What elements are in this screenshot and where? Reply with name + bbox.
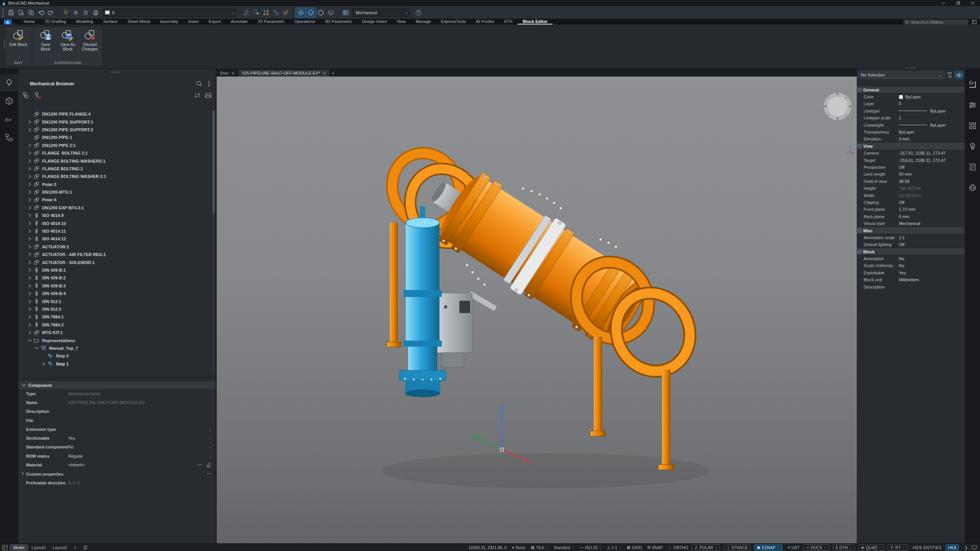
property-value[interactable]: Yes — [899, 271, 906, 275]
tree-item-dn1200-pipe-1[interactable]: DN1200 PIPE:1 — [18, 134, 212, 141]
chevron-right-icon[interactable] — [28, 182, 32, 187]
collapse-box-icon[interactable]: − — [858, 144, 861, 148]
status-toggle-tile[interactable]: ▦TILE⌄ — [531, 545, 548, 550]
chevron-right-icon[interactable] — [28, 174, 32, 179]
layout-tab-model[interactable]: Model — [10, 544, 28, 551]
navigation-compass[interactable] — [823, 92, 852, 121]
corner-panel-button[interactable] — [965, 75, 980, 93]
redo-button[interactable] — [46, 8, 56, 17]
status-toggle-ortho[interactable]: ∟ORTHO — [668, 545, 688, 550]
status-toggle-polar[interactable]: ∠POLAR⌄ — [692, 544, 720, 551]
chevron-down-icon[interactable]: ⌄ — [209, 454, 212, 458]
tree-item-din-7984-2[interactable]: DIN 7984:2 — [18, 321, 212, 329]
property-value[interactable]: Off — [899, 200, 904, 205]
vcube4-button[interactable] — [326, 8, 336, 17]
ribbon-tab-home[interactable]: Home — [19, 19, 40, 24]
chevron-right-icon[interactable] — [21, 471, 25, 476]
ribbon-tab-assembly[interactable]: Assembly — [155, 19, 183, 24]
status-toggle-grid[interactable]: ▦GRID — [627, 545, 642, 550]
tree-item-polar-3[interactable]: Polar:3 — [18, 181, 212, 188]
publish-button[interactable] — [26, 8, 36, 17]
tree-item-flange-bolting-2-1[interactable]: FLANGE BOLTING 2:1 — [18, 149, 212, 157]
property-value[interactable]: Millimeters — [899, 277, 919, 282]
chevron-right-icon[interactable] — [28, 276, 32, 280]
structure-tree-button[interactable] — [0, 129, 18, 146]
property-value[interactable]: -316.61, 2186.11, 172.47 — [899, 158, 946, 163]
property-value[interactable]: ByLayer — [899, 95, 921, 99]
tree-item-iso-4014-10[interactable]: ISO 4014:10 — [18, 219, 212, 227]
chevron-right-icon[interactable] — [28, 120, 32, 124]
chevron-right-icon[interactable] — [28, 291, 32, 296]
panel-drag-grip[interactable] — [906, 67, 916, 68]
ribbon-tab-design-intent[interactable]: Design Intent — [357, 19, 392, 24]
status-toggle-snap[interactable]: ⊞SNAP — [647, 545, 663, 550]
ribbon-tab-modeling[interactable]: Modeling — [71, 19, 98, 24]
tree-item-flange-bolting-washers-1[interactable]: FLANGE BOLTING WASHERS:1 — [18, 157, 212, 165]
chevron-down-icon[interactable]: ⌄ — [902, 546, 905, 549]
visibility-toggle-button[interactable] — [955, 72, 963, 79]
status-toggle-standard[interactable]: Standard⌄ — [554, 545, 574, 550]
new-tab-button[interactable]: + — [330, 70, 336, 77]
status-toggle-rt[interactable]: ↻RT⌄ — [888, 544, 907, 551]
vcube2-button[interactable] — [306, 8, 316, 17]
print-button[interactable] — [91, 8, 101, 17]
status-toggle-esnap[interactable]: ▣ESNAP⌄ — [754, 544, 782, 551]
property-value[interactable]: Regular — [68, 454, 83, 458]
ribbon-tab-2d-parametric[interactable]: 2D Parametric — [253, 19, 289, 24]
preview-button[interactable] — [16, 8, 26, 17]
workspace-dropdown[interactable]: Mechanical⌄ — [352, 8, 410, 17]
panel-drag-grip[interactable] — [110, 72, 120, 73]
sliders-panel-button[interactable] — [965, 96, 980, 114]
section-header-view[interactable]: −View — [857, 143, 965, 150]
property-value[interactable]: <Inherit> — [68, 463, 85, 467]
undo-button[interactable] — [36, 8, 46, 17]
chevron-right-icon[interactable] — [28, 299, 32, 304]
tree-item-mtg-kit-1[interactable]: MTG KIT:1 — [18, 329, 212, 336]
chevron-right-icon[interactable] — [28, 323, 32, 327]
chevron-down-icon[interactable]: ⌄ — [879, 546, 882, 549]
status-toggle-iso-25[interactable]: —ISO-25⌄ — [580, 545, 602, 550]
close-icon[interactable] — [231, 72, 235, 75]
save-block-button[interactable]: Save Block — [34, 28, 57, 60]
ribbon-tab-3d-parametric[interactable]: 3D Parametric — [320, 19, 357, 24]
chevron-right-icon[interactable] — [28, 268, 32, 272]
property-value[interactable]: 1:1 — [899, 235, 905, 240]
status-overflow-chevron-icon[interactable]: ❯ — [964, 545, 968, 550]
chevron-right-icon[interactable] — [28, 221, 32, 226]
ribbon-tab-sheet-metal[interactable]: Sheet Metal — [122, 19, 155, 24]
property-value[interactable]: -317.61, 2185.11, 173.47 — [899, 151, 946, 155]
tree-item-dn1200-pipe-flange-4[interactable]: DN1200 PIPE FLANGE:4 — [18, 110, 212, 118]
dots-icon[interactable] — [197, 462, 203, 468]
chevron-right-icon[interactable] — [28, 143, 32, 148]
chevron-down-icon[interactable]: ⌄ — [599, 546, 602, 549]
property-value[interactable]: No — [899, 263, 904, 268]
property-value[interactable]: 1.73 mm — [899, 207, 915, 212]
status-toggle-dyn[interactable]: ΔDYN⌄ — [833, 544, 855, 551]
ribbon-tab-expresstools[interactable]: ExpressTools — [436, 19, 471, 24]
chevron-right-icon[interactable] — [28, 197, 32, 202]
property-value[interactable]: ByLayer — [899, 109, 946, 113]
selection-dropdown[interactable]: No Selection ⌄ — [858, 72, 945, 79]
property-value[interactable]: 10.28123 m — [899, 193, 921, 198]
property-value[interactable]: 38.58 — [899, 179, 910, 184]
toolbar-grip[interactable] — [2, 8, 4, 17]
property-value[interactable]: ByLayer — [899, 130, 914, 134]
tree-item-actuator-1[interactable]: ACTUATOR:1 — [18, 243, 212, 251]
tree-item-din-439-b-4[interactable]: DIN 439-B:4 — [18, 290, 212, 297]
chevron-down-icon[interactable]: ⌄ — [715, 546, 717, 549]
tree-item-dn1200-pipe-2-1[interactable]: DN1200 PIPE 2:1 — [18, 142, 212, 149]
status-toggle-hka[interactable]: HKA — [946, 544, 959, 551]
thumbnail-view-icon[interactable] — [205, 92, 212, 99]
tree-item-din-7984-1[interactable]: DIN 7984:1 — [18, 313, 212, 321]
property-value[interactable]: No — [899, 256, 904, 261]
layout-tab-[interactable]: + — [71, 545, 79, 550]
chevron-right-icon[interactable] — [41, 362, 46, 366]
document-tab-v25-pipeline-shut-off-module-ev[interactable]: V25-PIPELINE-SHUT-OFF-MODULE-EV* — [238, 70, 329, 77]
tree-item-din-912-2[interactable]: DIN 912:2 — [18, 305, 212, 313]
chevron-right-icon[interactable] — [28, 236, 32, 241]
chevron-down-icon[interactable]: ⌄ — [572, 546, 574, 549]
lock-button[interactable] — [81, 8, 91, 17]
tree-scrollbar-thumb[interactable] — [212, 110, 215, 214]
tree-item-din-439-b-1[interactable]: DIN 439-B:1 — [18, 266, 212, 274]
tree-item-din-439-b-2[interactable]: DIN 439-B:2 — [18, 274, 212, 282]
